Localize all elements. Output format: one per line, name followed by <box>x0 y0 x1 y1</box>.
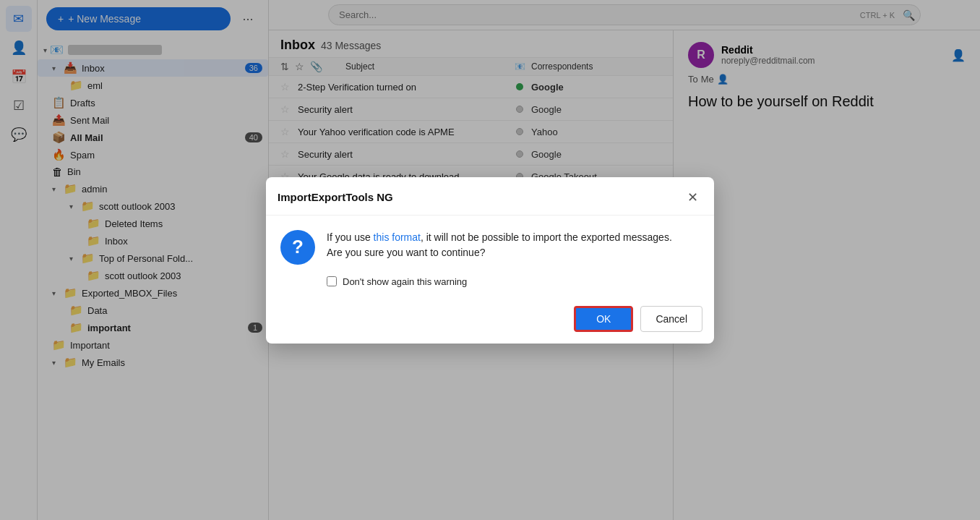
modal-body: ? If you use this format, it will not be… <box>266 216 714 276</box>
modal-footer: OK Cancel <box>266 299 714 344</box>
cancel-button[interactable]: Cancel <box>640 306 702 332</box>
modal-question-icon: ? <box>280 230 315 265</box>
modal-overlay: ImportExportTools NG ✕ ? If you use this… <box>0 0 980 520</box>
modal-checkbox-row: Don't show again this warning <box>266 276 714 299</box>
modal-title-bar: ImportExportTools NG ✕ <box>266 177 714 216</box>
ok-button[interactable]: OK <box>574 306 633 332</box>
dont-show-checkbox[interactable] <box>327 276 337 286</box>
modal-highlight: this format <box>374 231 421 243</box>
modal-title: ImportExportTools NG <box>278 191 393 203</box>
modal-message: If you use this format, it will not be p… <box>327 230 672 260</box>
dont-show-label[interactable]: Don't show again this warning <box>343 276 467 287</box>
modal-dialog: ImportExportTools NG ✕ ? If you use this… <box>266 177 714 344</box>
modal-close-button[interactable]: ✕ <box>682 187 702 208</box>
